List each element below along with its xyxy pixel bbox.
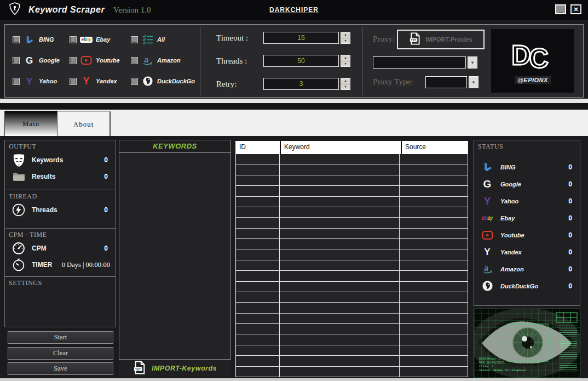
keywords-count: 0 (104, 156, 111, 164)
amazon-icon: a (141, 55, 154, 66)
minimize-button[interactable]: _ (555, 4, 566, 14)
engine-item-amazon: a Amazon (131, 55, 203, 66)
threads-input[interactable] (263, 55, 339, 67)
youtube-checkbox[interactable] (70, 57, 77, 64)
table-row[interactable] (236, 229, 468, 239)
txt-file-icon: TXT (133, 360, 146, 377)
window-bottom-edge (0, 378, 588, 381)
table-cell (236, 345, 280, 355)
yandex-checkbox[interactable] (70, 78, 77, 85)
brand-link[interactable]: DARKCHIPER (269, 6, 319, 14)
table-cell (236, 271, 280, 281)
yandex-icon: Y (480, 247, 495, 257)
engine-item-bing: BING (13, 35, 70, 44)
table-row[interactable] (236, 154, 468, 164)
import-proxies-button[interactable]: TXT IMPORT-Proxies (397, 30, 485, 49)
table-cell (400, 249, 468, 259)
timer-value: 0 Days | 00:00:00 (62, 261, 111, 269)
retry-stepper[interactable]: ▲▼ (341, 78, 350, 90)
column-header-keyword[interactable]: Keyword (281, 141, 401, 154)
proxy-type-select[interactable] (425, 76, 467, 88)
table-row[interactable] (236, 334, 468, 345)
table-row[interactable] (236, 239, 468, 249)
table-row[interactable] (236, 271, 468, 281)
ebay-icon: ebay (80, 37, 93, 43)
retry-input[interactable] (263, 78, 339, 90)
table-row[interactable] (236, 164, 468, 175)
results-table: ID Keyword Source (235, 141, 468, 377)
cpm-counter-row: CPM 0 (5, 240, 116, 257)
column-header-source[interactable]: Source (402, 141, 468, 154)
google-checkbox[interactable] (13, 57, 20, 64)
results-counter-row: Results 0 (5, 168, 116, 185)
ebay-checkbox[interactable] (70, 36, 77, 43)
scan-data-column (560, 326, 577, 373)
start-button[interactable]: Start (8, 331, 113, 344)
column-header-id[interactable]: ID (236, 141, 280, 154)
timer-icon (10, 258, 27, 271)
youtube-count: 0 (568, 231, 572, 239)
settings-section: SETTINGS (4, 276, 116, 327)
status-row-yahoo: Y Yahoo 0 (474, 192, 580, 209)
save-button[interactable]: Save (8, 362, 113, 375)
table-row[interactable] (236, 218, 468, 228)
table-row[interactable] (236, 367, 468, 377)
table-row[interactable] (236, 207, 468, 218)
table-cell (280, 367, 400, 377)
proxy-type-dropdown-arrow[interactable]: ▼ (469, 76, 479, 88)
table-row[interactable] (236, 292, 468, 303)
table-cell (400, 334, 468, 344)
keywords-listbox[interactable] (119, 152, 231, 360)
duckduckgo-icon (141, 76, 154, 87)
table-row[interactable] (236, 175, 468, 186)
keywords-panel-header: KEYWORDS (119, 140, 231, 153)
table-row[interactable] (236, 260, 468, 271)
close-button[interactable]: ✕ (570, 4, 581, 14)
svg-text:D: D (511, 41, 531, 70)
table-cell (400, 314, 468, 323)
table-cell (236, 356, 280, 366)
status-row-youtube: Youtube 0 (474, 226, 580, 243)
table-row[interactable] (236, 345, 468, 356)
amazon-checkbox[interactable] (131, 57, 138, 64)
table-cell (280, 164, 400, 174)
yahoo-icon: Y (23, 77, 36, 86)
table-row[interactable] (236, 356, 468, 366)
timeout-input[interactable] (263, 32, 339, 44)
table-cell (280, 186, 400, 196)
gauge-icon (10, 242, 27, 255)
duckduckgo-checkbox[interactable] (131, 78, 138, 85)
bing-icon (480, 162, 495, 172)
engine-item-duckduckgo: DuckDuckGo (131, 76, 203, 87)
table-row[interactable] (236, 314, 468, 324)
table-cell (280, 239, 400, 249)
eye-scan-image: DOB55Khas-/1 DOB:10/08/2013 Class: C Sta… (474, 309, 580, 378)
status-row-bing: BING 0 (474, 158, 580, 175)
table-cell (400, 164, 468, 174)
table-cell (280, 175, 400, 185)
status-panel: STATUS BING 0 G Google 0 Y Yahoo 0 ebay … (474, 140, 580, 306)
threads-stepper[interactable]: ▲▼ (341, 55, 350, 67)
import-keywords-button[interactable]: TXT IMPORT-Keywords (119, 360, 231, 377)
bing-checkbox[interactable] (13, 36, 20, 43)
yahoo-checkbox[interactable] (13, 78, 20, 85)
table-cell (280, 282, 400, 292)
all-checkbox[interactable] (131, 36, 138, 43)
amazon-count: 0 (568, 265, 572, 273)
table-row[interactable] (236, 197, 468, 207)
thread-header: THREAD (5, 190, 116, 202)
table-row[interactable] (236, 186, 468, 196)
clear-button[interactable]: Clear (8, 347, 113, 360)
proxy-list-select[interactable] (373, 56, 466, 69)
thread-section: THREAD Threads 0 (4, 190, 116, 229)
table-row[interactable] (236, 303, 468, 313)
table-row[interactable] (236, 249, 468, 260)
timeout-stepper[interactable]: ▲▼ (341, 32, 350, 44)
tab-main[interactable]: Main (4, 111, 57, 136)
proxy-list-dropdown-arrow[interactable]: ▼ (468, 56, 477, 69)
threads-counter-row: Threads 0 (5, 202, 116, 218)
table-row[interactable] (236, 324, 468, 334)
table-cell (400, 186, 468, 196)
table-row[interactable] (236, 282, 468, 292)
tab-about[interactable]: About (57, 111, 111, 136)
